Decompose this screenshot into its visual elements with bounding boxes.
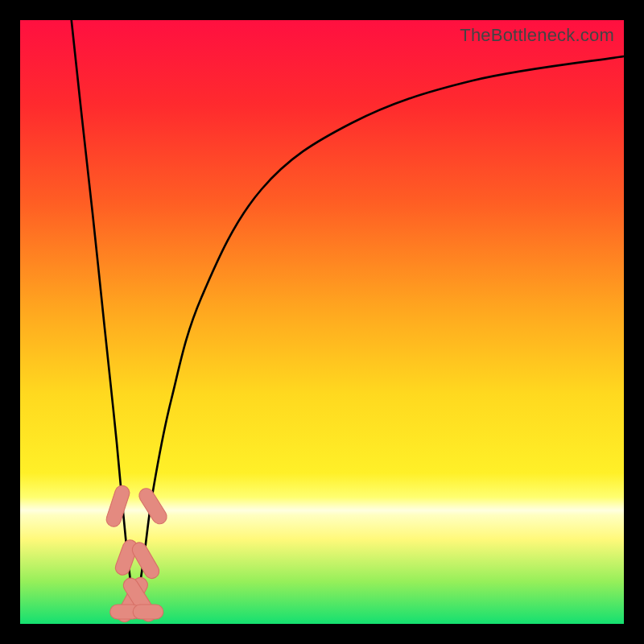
curve-left-branch [72, 20, 135, 618]
marker-capsule [133, 605, 163, 619]
marker-capsule [105, 484, 131, 528]
outer-frame: TheBottleneck.com [0, 0, 644, 644]
marker-capsule [136, 485, 169, 526]
marker-capsule [130, 540, 162, 581]
curve-right-branch [135, 56, 625, 618]
watermark-label: TheBottleneck.com [460, 25, 614, 46]
curves-layer [20, 20, 624, 624]
plot-area: TheBottleneck.com [20, 20, 624, 624]
optimum-markers [105, 484, 170, 624]
